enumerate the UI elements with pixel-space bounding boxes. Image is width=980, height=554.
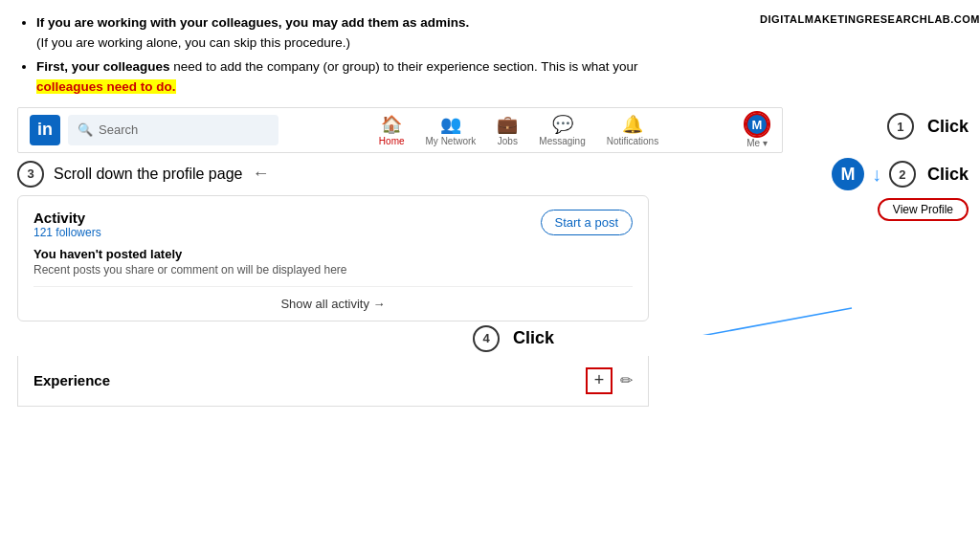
notifications-icon: 🔔 [622,114,643,135]
show-all-activity[interactable]: Show all activity → [33,286,633,321]
me-avatar-box: M [744,111,770,138]
step4-click-label: Click [513,328,554,348]
view-profile-button[interactable]: View Profile [878,198,969,221]
bullet1-bold: If you are working with your colleagues,… [36,15,469,30]
step4-row: 4 Click [473,325,963,352]
search-icon: 🔍 [78,122,93,137]
search-bar[interactable]: 🔍 Search [68,115,278,145]
step1-circle: 1 [887,113,914,140]
step2-annotation: M ↓ 2 Click [832,158,969,190]
view-profile-row: View Profile [868,198,969,221]
bullet2-first: First, your [36,59,103,74]
step1-click-label: Click [927,117,969,137]
linkedin-logo: in [30,115,60,145]
experience-section: Experience + ✏ [17,356,649,407]
step3-label: Scroll down the profile page [54,166,242,183]
nav-jobs[interactable]: 💼 Jobs [489,112,525,148]
me-label: Me ▾ [746,138,768,148]
domain-label: DIGITALMAKETINGRESEARCHLAB.COM [760,13,980,25]
bullet2-colleagues: colleagues [103,59,170,74]
step2-circle: 2 [889,161,916,188]
step3-row: 3 Scroll down the profile page ← [17,161,963,188]
activity-no-posts: You haven't posted lately [33,247,633,261]
nav-home-label: Home [379,136,405,146]
experience-add-button[interactable]: + [586,367,612,394]
step2-click-label: Click [927,165,969,185]
search-placeholder: Search [99,122,138,137]
activity-followers: 121 followers [33,226,101,239]
nav-notifications-label: Notifications [607,136,658,146]
nav-notifications[interactable]: 🔔 Notifications [599,112,666,148]
nav-home[interactable]: 🏠 Home [371,112,412,148]
bullet1-normal: (If you are working alone, you can skip … [36,35,350,50]
bullet2-mid: need to add the company (or group) to th… [170,59,638,74]
messaging-icon: 💬 [552,114,573,135]
nav-me[interactable]: M Me ▾ [744,111,770,148]
step3-arrow: ← [252,164,269,184]
activity-title: Activity [33,210,101,226]
nav-network[interactable]: 👥 My Network [418,112,484,148]
step3-circle: 3 [17,161,44,188]
nav-messaging[interactable]: 💬 Messaging [531,112,592,148]
home-icon: 🏠 [381,114,402,135]
step2-arrow: ↓ [872,164,881,186]
activity-sub-text: Recent posts you share or comment on wil… [33,263,633,277]
nav-network-label: My Network [426,136,477,146]
nav-items: 🏠 Home 👥 My Network 💼 Jobs 💬 Messaging 🔔… [298,112,740,148]
bullet2-highlight: colleagues need to do. [36,79,176,94]
me-avatar: M [746,113,768,136]
network-icon: 👥 [440,114,461,135]
jobs-icon: 💼 [497,114,518,135]
step2-avatar: M [832,158,864,190]
experience-title: Experience [33,372,586,388]
nav-messaging-label: Messaging [539,136,585,146]
activity-card: Activity 121 followers Start a post You … [17,195,649,321]
start-post-button[interactable]: Start a post [541,210,633,235]
step1-annotation: 1 Click [887,113,969,140]
top-text-section: If you are working with your colleagues,… [17,13,668,98]
experience-edit-button[interactable]: ✏ [620,371,633,389]
nav-jobs-label: Jobs [498,136,518,146]
activity-header: Activity 121 followers Start a post [33,210,633,239]
step4-circle: 4 [473,325,500,352]
linkedin-navbar: in 🔍 Search 🏠 Home 👥 My Network 💼 Jobs 💬 [17,107,783,153]
activity-info: Activity 121 followers [33,210,101,239]
